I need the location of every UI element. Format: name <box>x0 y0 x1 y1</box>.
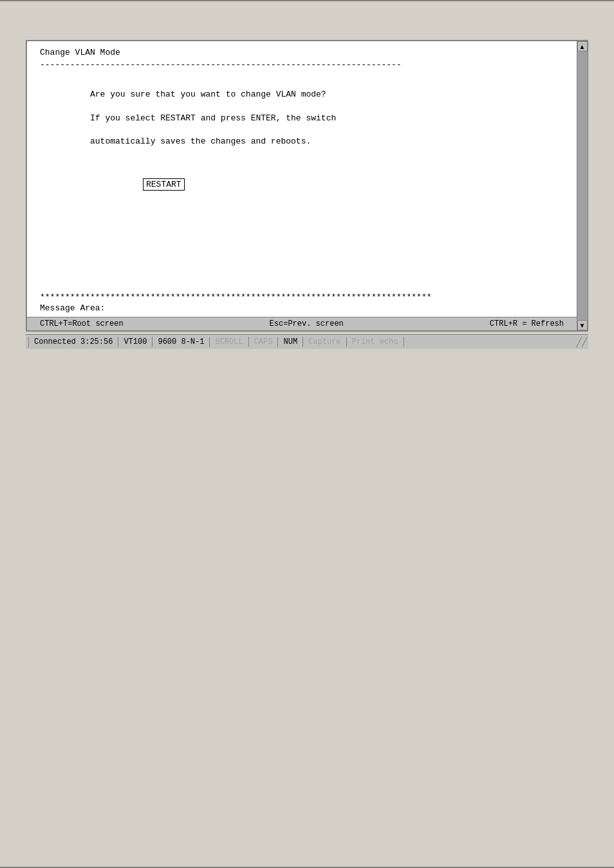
status-capture: Capture <box>303 337 346 347</box>
scrollbar-up-button[interactable]: ▲ <box>577 41 588 52</box>
content-divider: ----------------------------------------… <box>40 60 564 70</box>
status-num: NUM <box>278 337 303 347</box>
status-connected: Connected 3:25:56 <box>28 337 118 347</box>
content-title: Change VLAN Mode <box>40 48 564 57</box>
message-area-section: ****************************************… <box>27 286 577 317</box>
terminal-main: Change VLAN Mode -----------------------… <box>27 41 577 330</box>
shortcut-esc: Esc=Prev. screen <box>270 319 344 328</box>
stars-line: ****************************************… <box>40 292 564 302</box>
status-terminal: VT100 <box>118 337 153 347</box>
scrollbar-down-button[interactable]: ▼ <box>577 320 588 330</box>
scrollbar[interactable]: ▲ ▼ <box>577 41 587 330</box>
message-area-label: Message Area: <box>40 303 564 313</box>
scrollbar-track[interactable] <box>577 52 588 320</box>
terminal-window: Change VLAN Mode -----------------------… <box>26 40 588 332</box>
status-caps: CAPS <box>249 337 279 347</box>
status-baud: 9600 8-N-1 <box>153 337 210 347</box>
terminal-content: Change VLAN Mode -----------------------… <box>27 41 577 286</box>
shortcut-ctrl-t: CTRL+T=Root screen <box>40 319 124 328</box>
status-print-echo: Print echo <box>347 337 404 347</box>
content-body: Are you sure that you want to change VLA… <box>40 77 564 159</box>
body-line3: automatically saves the changes and rebo… <box>90 137 311 146</box>
status-scroll: SCROLL <box>210 337 248 347</box>
shortcut-ctrl-r: CTRL+R = Refresh <box>490 319 564 328</box>
resize-handle[interactable]: ╱╱ <box>578 338 586 346</box>
restart-button[interactable]: RESTART <box>143 178 185 191</box>
status-bar: Connected 3:25:56 VT100 9600 8-N-1 SCROL… <box>26 334 588 349</box>
shortcut-bar: CTRL+T=Root screen Esc=Prev. screen CTRL… <box>27 317 577 330</box>
outer-wrapper: Change VLAN Mode -----------------------… <box>0 1 614 867</box>
body-line1: Are you sure that you want to change VLA… <box>90 90 326 99</box>
body-line2: If you select RESTART and press ENTER, t… <box>90 113 336 123</box>
